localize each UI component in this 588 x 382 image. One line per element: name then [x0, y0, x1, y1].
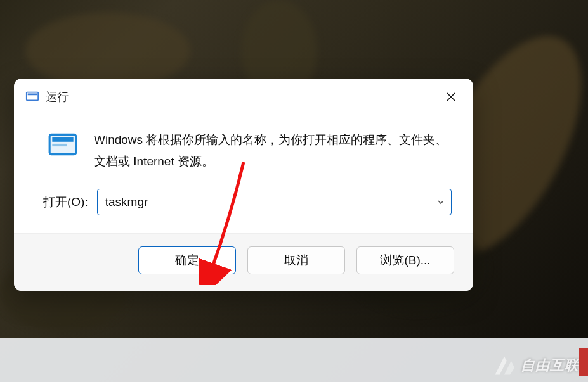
cancel-button[interactable]: 取消: [247, 246, 345, 274]
watermark: 自由互联: [493, 354, 579, 377]
watermark-text: 自由互联: [521, 356, 579, 375]
open-combobox[interactable]: [97, 189, 452, 215]
dialog-title: 运行: [46, 89, 440, 105]
ok-button[interactable]: 确定: [138, 246, 236, 274]
button-row: 确定 取消 浏览(B)...: [14, 233, 473, 291]
svg-rect-1: [28, 94, 37, 96]
open-input[interactable]: [98, 195, 431, 209]
titlebar: 运行: [14, 79, 473, 113]
svg-rect-4: [52, 144, 67, 146]
close-button[interactable]: [440, 87, 462, 106]
browse-button[interactable]: 浏览(B)...: [356, 246, 454, 274]
dialog-description: Windows 将根据你所输入的名称，为你打开相应的程序、文件夹、文档或 Int…: [94, 129, 449, 172]
chevron-down-icon[interactable]: [431, 198, 451, 206]
run-large-icon: [47, 129, 79, 161]
watermark-logo-icon: [493, 354, 516, 377]
run-app-icon: [25, 90, 39, 104]
accent-bar: [579, 348, 588, 376]
close-icon: [446, 92, 456, 102]
open-label: 打开(O):: [43, 194, 88, 210]
run-dialog: 运行 Windows 将根据你所输入的名称，为你打开相应的程序、文件夹、文档或 …: [14, 79, 473, 291]
desktop-background: 运行 Windows 将根据你所输入的名称，为你打开相应的程序、文件夹、文档或 …: [0, 0, 588, 382]
svg-rect-3: [52, 137, 73, 142]
